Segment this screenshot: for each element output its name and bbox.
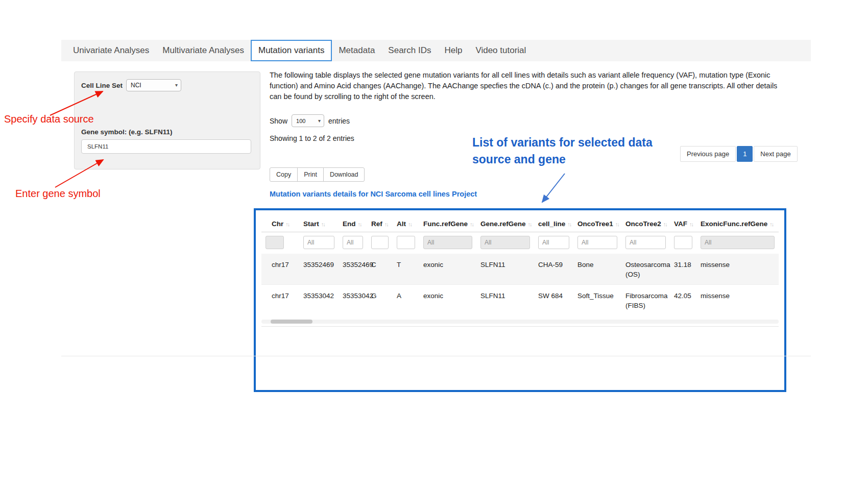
sort-icon[interactable]: ↑↓ <box>567 221 571 227</box>
current-page-button[interactable]: 1 <box>737 146 753 162</box>
filter-row <box>261 232 779 254</box>
filter-input-start[interactable] <box>303 236 334 249</box>
next-page-button[interactable]: Next page <box>754 146 797 162</box>
previous-page-button[interactable]: Previous page <box>680 146 736 162</box>
column-header-gene-refgene[interactable]: Gene.refGene↑↓ <box>476 216 534 232</box>
content-bottom-divider <box>61 356 811 356</box>
column-header-oncotree2[interactable]: OncoTree2↑↓ <box>621 216 670 232</box>
sort-icon[interactable]: ↑↓ <box>528 221 532 227</box>
table-underline <box>261 326 779 327</box>
column-header-cell-line[interactable]: cell_line↑↓ <box>534 216 573 232</box>
filter-input-vaf[interactable] <box>674 236 692 249</box>
table-cell: chr17 <box>261 254 299 285</box>
column-header-func-refgene[interactable]: Func.refGene↑↓ <box>419 216 476 232</box>
gene-symbol-input[interactable] <box>81 139 251 154</box>
column-header-end[interactable]: End↑↓ <box>339 216 367 232</box>
table-cell: missense <box>696 254 779 285</box>
table-cell: 42.05 <box>670 285 696 316</box>
sort-icon[interactable]: ↑↓ <box>285 221 289 227</box>
control-panel: Cell Line Set NCI ▾ Gene symbol: (e.g. S… <box>74 71 260 169</box>
table-row: chr17 35352469 35352469 C T exonic SLFN1… <box>261 254 779 285</box>
column-header-alt[interactable]: Alt↑↓ <box>393 216 419 232</box>
table-cell: 35353042 <box>339 285 367 316</box>
pagination: Previous page 1 Next page <box>679 146 798 162</box>
cell-line-set-label: Cell Line Set <box>81 82 123 89</box>
table-cell: SLFN11 <box>476 254 534 285</box>
table-cell: Osteosarcoma (OS) <box>621 254 670 285</box>
header-row: Chr↑↓ Start↑↓ End↑↓ Ref↑↓ Alt↑↓ Func.ref… <box>261 216 779 232</box>
sort-icon[interactable]: ↑↓ <box>470 221 473 227</box>
filter-input-end[interactable] <box>343 236 363 249</box>
table-cell: C <box>367 254 393 285</box>
table-cell: Soft_Tissue <box>573 285 621 316</box>
table-cell: 35352469 <box>299 254 339 285</box>
export-button-group: Copy Print Download <box>270 167 365 182</box>
table-cell: 35353042 <box>299 285 339 316</box>
sort-icon[interactable]: ↑↓ <box>384 221 388 227</box>
filter-input-gene-refgene[interactable] <box>480 236 530 249</box>
table-title: Mutation variants details for NCI Sarcom… <box>270 190 477 198</box>
entries-label: entries <box>328 117 350 125</box>
filter-input-cell-line[interactable] <box>538 236 569 249</box>
tab-metadata[interactable]: Metadata <box>332 40 381 61</box>
column-header-start[interactable]: Start↑↓ <box>299 216 339 232</box>
sort-icon[interactable]: ↑↓ <box>321 221 325 227</box>
table-cell: SLFN11 <box>476 285 534 316</box>
filter-input-func-refgene[interactable] <box>423 236 472 249</box>
showing-entries-text: Showing 1 to 2 of 2 entries <box>270 134 354 142</box>
tab-multivariate-analyses[interactable]: Multivariate Analyses <box>156 40 251 61</box>
table-cell: chr17 <box>261 285 299 316</box>
tab-search-ids[interactable]: Search IDs <box>381 40 438 61</box>
scrollbar-thumb[interactable] <box>271 320 312 324</box>
description-text: The following table displays the selecte… <box>270 70 783 102</box>
table-cell: Fibrosarcoma (FIBS) <box>621 285 670 316</box>
entries-select[interactable]: 100 <box>292 114 324 127</box>
table-cell: exonic <box>419 285 476 316</box>
main-nav: Univariate Analyses Multivariate Analyse… <box>61 40 811 61</box>
table-cell: Bone <box>573 254 621 285</box>
table-cell: SW 684 <box>534 285 573 316</box>
table-cell: 35352469 <box>339 254 367 285</box>
tab-univariate-analyses[interactable]: Univariate Analyses <box>66 40 156 61</box>
filter-input-oncotree1[interactable] <box>577 236 617 249</box>
tab-mutation-variants[interactable]: Mutation variants <box>251 40 332 61</box>
sort-icon[interactable]: ↑↓ <box>408 221 412 227</box>
table-cell: missense <box>696 285 779 316</box>
column-header-chr[interactable]: Chr↑↓ <box>261 216 299 232</box>
filter-input-oncotree2[interactable] <box>625 236 666 249</box>
table-cell: exonic <box>419 254 476 285</box>
column-header-ref[interactable]: Ref↑↓ <box>367 216 393 232</box>
filter-input-alt[interactable] <box>397 236 415 249</box>
annotation-list-of-variants: List of variants for selected data sourc… <box>472 134 679 168</box>
filter-input-ref[interactable] <box>371 236 389 249</box>
table-cell: T <box>393 254 419 285</box>
column-header-exonicfunc-refgene[interactable]: ExonicFunc.refGene↑↓ <box>696 216 779 232</box>
table-cell: G <box>367 285 393 316</box>
cell-line-set-select[interactable]: NCI <box>126 79 181 91</box>
horizontal-scrollbar[interactable] <box>261 320 779 324</box>
sort-icon[interactable]: ↑↓ <box>663 221 667 227</box>
column-header-vaf[interactable]: VAF↑↓ <box>670 216 696 232</box>
variants-table-container: Chr↑↓ Start↑↓ End↑↓ Ref↑↓ Alt↑↓ Func.ref… <box>254 208 786 392</box>
show-label: Show <box>270 117 287 125</box>
tab-video-tutorial[interactable]: Video tutorial <box>469 40 533 61</box>
annotation-specify-data-source: Specify data source <box>4 113 94 125</box>
table-cell: A <box>393 285 419 316</box>
filter-input-exonicfunc-refgene[interactable] <box>701 236 775 249</box>
sort-icon[interactable]: ↑↓ <box>358 221 361 227</box>
download-button[interactable]: Download <box>323 167 365 182</box>
sort-icon[interactable]: ↑↓ <box>689 221 693 227</box>
blue-arrow-to-table <box>542 174 565 202</box>
column-header-oncotree1[interactable]: OncoTree1↑↓ <box>573 216 621 232</box>
print-button[interactable]: Print <box>297 167 324 182</box>
gene-symbol-label: Gene symbol: (e.g. SLFN11) <box>81 128 173 136</box>
tab-help[interactable]: Help <box>438 40 469 61</box>
table-cell: CHA-59 <box>534 254 573 285</box>
annotation-enter-gene-symbol: Enter gene symbol <box>15 188 101 200</box>
sort-icon[interactable]: ↑↓ <box>615 221 619 227</box>
filter-input-chr[interactable] <box>266 236 284 249</box>
sort-icon[interactable]: ↑↓ <box>769 221 773 227</box>
show-entries-control: Show 100 ▾ entries <box>270 114 350 127</box>
table-row: chr17 35353042 35353042 G A exonic SLFN1… <box>261 285 779 316</box>
copy-button[interactable]: Copy <box>270 167 298 182</box>
